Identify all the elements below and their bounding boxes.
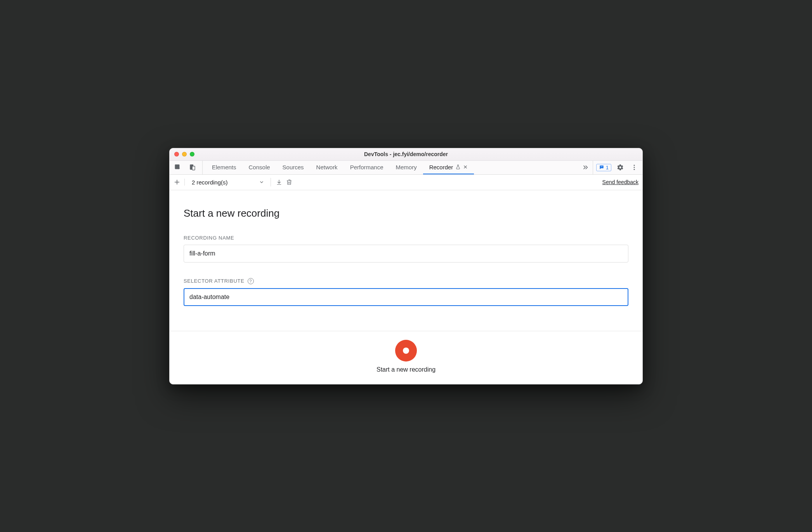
svg-point-5 xyxy=(634,169,635,170)
kebab-menu-button[interactable] xyxy=(629,162,639,172)
trash-icon xyxy=(286,179,293,186)
download-icon xyxy=(276,179,283,186)
selector-attribute-input[interactable] xyxy=(184,288,628,306)
recorder-content: Start a new recording Recording Name Sel… xyxy=(170,190,642,331)
window-title: DevTools - jec.fyi/demo/recorder xyxy=(170,151,642,157)
new-recording-button[interactable] xyxy=(174,179,185,186)
recording-name-label: Recording Name xyxy=(184,235,628,241)
window-close-button[interactable] xyxy=(174,152,179,156)
issues-count: 1 xyxy=(606,165,609,170)
message-icon xyxy=(599,165,604,170)
tab-label: Sources xyxy=(283,164,304,170)
separator xyxy=(271,178,271,186)
help-icon[interactable]: ? xyxy=(248,278,254,284)
svg-point-3 xyxy=(634,165,635,166)
tab-performance[interactable]: Performance xyxy=(344,161,390,174)
tab-label: Recorder xyxy=(429,164,453,170)
tab-list: Elements Console Sources Network Perform… xyxy=(206,161,578,174)
recordings-dropdown-label: 2 recording(s) xyxy=(192,179,228,186)
delete-button[interactable] xyxy=(284,177,294,187)
selector-attribute-label: Selector Attribute ? xyxy=(184,278,628,284)
window-maximize-button[interactable] xyxy=(190,152,194,156)
selector-attribute-label-text: Selector Attribute xyxy=(184,278,245,284)
gear-icon xyxy=(617,164,624,171)
inspect-element-icon[interactable] xyxy=(173,162,183,172)
selector-attribute-field: Selector Attribute ? xyxy=(184,278,628,306)
recorder-footer: Start a new recording xyxy=(170,331,642,384)
settings-button[interactable] xyxy=(615,162,625,172)
tab-elements[interactable]: Elements xyxy=(206,161,243,174)
tab-recorder[interactable]: Recorder xyxy=(423,161,474,174)
more-tabs-button[interactable] xyxy=(578,161,593,174)
devtools-window: DevTools - jec.fyi/demo/recorder Element… xyxy=(169,148,643,384)
window-titlebar: DevTools - jec.fyi/demo/recorder xyxy=(170,148,642,161)
flask-icon xyxy=(455,164,461,170)
export-button[interactable] xyxy=(274,177,284,187)
window-traffic-lights xyxy=(174,152,194,156)
recording-name-field: Recording Name xyxy=(184,235,628,263)
device-toolbar-icon[interactable] xyxy=(187,162,198,172)
window-minimize-button[interactable] xyxy=(182,152,187,156)
inspect-tools xyxy=(173,161,203,174)
tabs-right-controls: 1 xyxy=(593,161,639,174)
tab-label: Network xyxy=(316,164,338,170)
recorder-toolbar: 2 recording(s) Send feedback xyxy=(170,175,642,190)
close-icon[interactable] xyxy=(463,165,468,169)
tab-label: Memory xyxy=(396,164,417,170)
svg-point-4 xyxy=(634,167,635,168)
chevron-down-icon xyxy=(259,179,264,185)
recordings-dropdown[interactable]: 2 recording(s) xyxy=(189,179,267,186)
tab-memory[interactable]: Memory xyxy=(390,161,423,174)
tab-label: Console xyxy=(249,164,270,170)
tab-network[interactable]: Network xyxy=(310,161,344,174)
tab-label: Elements xyxy=(212,164,236,170)
devtools-tabs-row: Elements Console Sources Network Perform… xyxy=(170,161,642,175)
tab-sources[interactable]: Sources xyxy=(276,161,310,174)
tab-label: Performance xyxy=(350,164,383,170)
recording-name-input[interactable] xyxy=(184,245,628,263)
record-button-label: Start a new recording xyxy=(377,366,435,373)
record-button[interactable] xyxy=(395,340,417,362)
page-heading: Start a new recording xyxy=(184,207,628,219)
kebab-icon xyxy=(631,164,638,171)
send-feedback-link[interactable]: Send feedback xyxy=(602,179,638,185)
issues-button[interactable]: 1 xyxy=(596,164,611,171)
svg-rect-2 xyxy=(192,166,195,170)
tab-console[interactable]: Console xyxy=(243,161,276,174)
